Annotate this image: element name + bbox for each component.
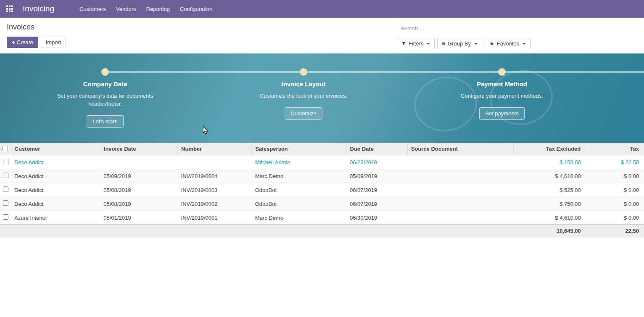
cell-salesperson: Marc Demo xyxy=(252,211,346,225)
step-description: Customize the look of your invoices. xyxy=(255,92,352,100)
cell-number xyxy=(178,155,252,169)
column-header-tax-excluded[interactable]: Tax Excluded xyxy=(514,143,586,155)
column-header-salesperson[interactable]: Salesperson xyxy=(252,143,346,155)
total-tax-excluded: 10,645.00 xyxy=(514,225,586,237)
cell-salesperson: Mitchell Admin xyxy=(252,155,346,169)
create-button-label: Create xyxy=(17,39,33,45)
group-by-button[interactable]: ≡ Group By xyxy=(437,38,482,49)
control-panel: Invoices +Create Import Filters ≡ Group … xyxy=(0,18,644,53)
row-checkbox[interactable] xyxy=(3,159,8,164)
cell-tax-excluded: $ 4,610.00 xyxy=(514,169,586,183)
cell-tax: $ 0.00 xyxy=(586,211,644,225)
customize-button[interactable]: Customize xyxy=(285,107,322,120)
cell-source-document xyxy=(407,169,513,183)
progress-dot xyxy=(101,68,109,76)
row-checkbox[interactable] xyxy=(3,186,8,192)
totals-row: 10,645.00 22.50 xyxy=(0,225,644,237)
table-row[interactable]: Deco Addict 05/08/2019 INV/2019/0002 Odo… xyxy=(0,197,644,211)
chevron-down-icon xyxy=(523,43,526,45)
progress-line xyxy=(105,71,644,73)
step-description: Set your company's data for documents he… xyxy=(57,92,153,108)
invoices-table: Customer Invoice Date Number Salesperson… xyxy=(0,143,644,237)
column-header-tax[interactable]: Tax xyxy=(586,143,644,155)
cell-number: INV/2019/0003 xyxy=(178,183,252,197)
step-title: Company Data xyxy=(38,80,172,88)
chevron-down-icon xyxy=(427,43,430,45)
chevron-down-icon xyxy=(474,43,478,45)
filters-button[interactable]: Filters xyxy=(397,38,435,49)
filters-label: Filters xyxy=(409,40,423,47)
list-icon: ≡ xyxy=(442,41,445,46)
search-input[interactable] xyxy=(397,23,637,34)
cell-tax-excluded: $ 4,610.00 xyxy=(514,211,586,225)
row-checkbox[interactable] xyxy=(3,214,8,220)
column-header-due-date[interactable]: Due Date xyxy=(346,143,407,155)
lets-start-button[interactable]: Let's start! xyxy=(87,115,124,128)
onboarding-step-invoice-layout: Invoice Layout Customize the look of you… xyxy=(236,80,371,120)
cell-number: INV/2019/0004 xyxy=(178,169,252,183)
cell-invoice-date: 05/08/2019 xyxy=(100,183,177,197)
table-row[interactable]: Deco Addict 05/09/2019 INV/2019/0004 Mar… xyxy=(0,169,644,183)
menu-reporting[interactable]: Reporting xyxy=(141,0,175,18)
column-header-invoice-date[interactable]: Invoice Date xyxy=(100,143,177,155)
onboarding-step-payment-method: Payment Method Configure your payment me… xyxy=(435,80,569,120)
apps-menu-icon[interactable] xyxy=(3,3,16,15)
cell-tax-excluded: $ 150.00 xyxy=(514,155,586,169)
plus-icon: + xyxy=(12,39,15,45)
search-options: Filters ≡ Group By ★ Favorites xyxy=(397,38,637,49)
column-header-customer[interactable]: Customer xyxy=(11,143,100,155)
favorites-button[interactable]: ★ Favorites xyxy=(485,38,531,49)
breadcrumb: Invoices xyxy=(7,23,66,32)
step-title: Invoice Layout xyxy=(236,80,371,88)
menu-customers[interactable]: Customers xyxy=(74,0,111,18)
progress-dot xyxy=(300,68,307,76)
top-menus: Customers Vendors Reporting Configuratio… xyxy=(74,0,217,18)
top-navbar: Invoicing Customers Vendors Reporting Co… xyxy=(0,0,644,18)
cell-tax-excluded: $ 750.00 xyxy=(514,197,586,211)
menu-vendors[interactable]: Vendors xyxy=(111,0,141,18)
cell-source-document xyxy=(407,155,513,169)
create-button[interactable]: +Create xyxy=(7,37,38,48)
group-by-label: Group By xyxy=(448,40,471,47)
column-header-number[interactable]: Number xyxy=(178,143,252,155)
progress-dot xyxy=(498,68,506,76)
cell-customer: Deco Addict xyxy=(11,155,100,169)
cell-tax: $ 22.50 xyxy=(586,155,644,169)
menu-configuration[interactable]: Configuration xyxy=(175,0,217,18)
total-tax: 22.50 xyxy=(586,225,644,237)
import-button[interactable]: Import xyxy=(41,37,66,48)
step-description: Configure your payment methods. xyxy=(454,92,550,100)
table-header-row: Customer Invoice Date Number Salesperson… xyxy=(0,143,644,155)
table-row[interactable]: Azure Interior 05/01/2019 INV/2019/0001 … xyxy=(0,211,644,225)
cell-invoice-date: 05/09/2019 xyxy=(100,169,177,183)
step-title: Payment Method xyxy=(435,80,569,88)
cell-customer: Azure Interior xyxy=(11,211,100,225)
onboarding-step-company-data: Company Data Set your company's data for… xyxy=(38,80,172,128)
table-row[interactable]: Deco Addict Mitchell Admin 06/23/2019 $ … xyxy=(0,155,644,169)
apps-grid-icon xyxy=(6,5,13,12)
cell-tax: $ 0.00 xyxy=(586,197,644,211)
table-row[interactable]: Deco Addict 05/08/2019 INV/2019/0003 Odo… xyxy=(0,183,644,197)
select-all-checkbox[interactable] xyxy=(3,146,8,151)
cell-due-date: 06/23/2019 xyxy=(346,155,407,169)
cell-due-date: 05/09/2019 xyxy=(346,169,407,183)
cell-customer: Deco Addict xyxy=(11,197,100,211)
cell-invoice-date: 05/01/2019 xyxy=(100,211,177,225)
app-title[interactable]: Invoicing xyxy=(19,4,58,13)
cell-number: INV/2019/0002 xyxy=(178,197,252,211)
cell-source-document xyxy=(407,197,513,211)
funnel-icon xyxy=(401,41,406,46)
cell-source-document xyxy=(407,183,513,197)
cell-customer: Deco Addict xyxy=(11,183,100,197)
cell-due-date: 06/30/2019 xyxy=(346,211,407,225)
cell-invoice-date: 05/08/2019 xyxy=(100,197,177,211)
cell-tax: $ 0.00 xyxy=(586,169,644,183)
row-checkbox[interactable] xyxy=(3,200,8,206)
column-header-source-document[interactable]: Source Document xyxy=(407,143,513,155)
favorites-label: Favorites xyxy=(497,40,519,47)
cell-salesperson: OdooBot xyxy=(252,197,346,211)
set-payments-button[interactable]: Set payments xyxy=(479,107,525,120)
cell-tax-excluded: $ 525.00 xyxy=(514,183,586,197)
cell-customer: Deco Addict xyxy=(11,169,100,183)
row-checkbox[interactable] xyxy=(3,173,8,178)
